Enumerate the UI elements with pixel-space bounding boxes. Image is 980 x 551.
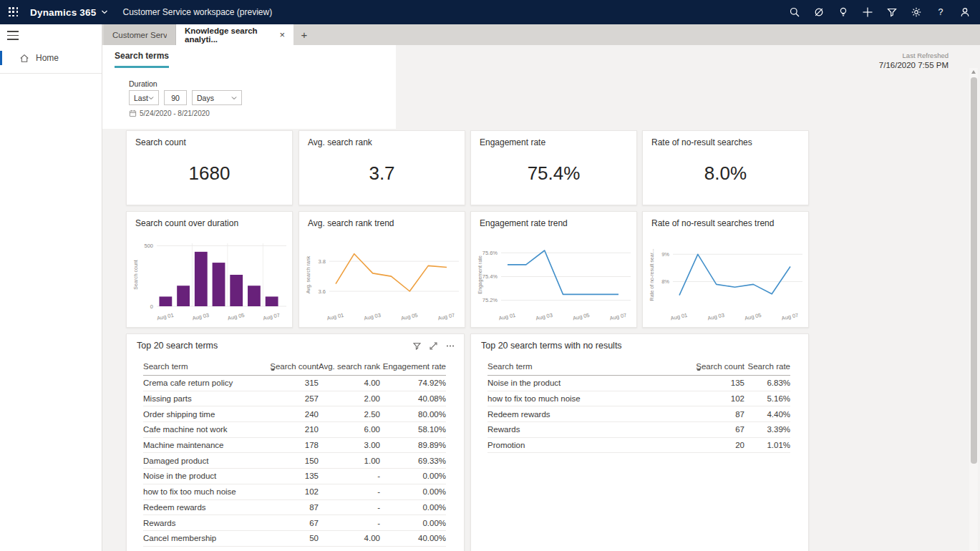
table-cell: - bbox=[319, 519, 380, 527]
svg-text:Aug 05: Aug 05 bbox=[400, 312, 418, 322]
duration-unit-dropdown[interactable]: Days bbox=[192, 90, 242, 105]
duration-value-input[interactable]: 90 bbox=[164, 90, 187, 105]
settings-gear-icon[interactable] bbox=[910, 6, 923, 19]
sidebar-item-label: Home bbox=[36, 53, 59, 63]
svg-text:Aug 03: Aug 03 bbox=[192, 312, 210, 322]
top-nav-bar: Dynamics 365 Customer Service workspace … bbox=[0, 0, 980, 24]
search-icon[interactable] bbox=[788, 6, 801, 19]
svg-text:75.6%: 75.6% bbox=[482, 250, 498, 256]
chart-title: Avg. search rank trend bbox=[308, 218, 394, 228]
more-options-icon[interactable] bbox=[445, 341, 455, 351]
table-header-row: Search termSearch countAvg. search rankE… bbox=[143, 357, 446, 376]
table-cell: 135 bbox=[267, 472, 319, 480]
svg-text:500: 500 bbox=[144, 243, 153, 249]
chart-card: Search count over duration5000Aug 01Aug … bbox=[126, 211, 293, 328]
svg-text:Aug 03: Aug 03 bbox=[535, 312, 553, 322]
column-header[interactable]: Engagement rate bbox=[380, 362, 446, 371]
filter-icon[interactable] bbox=[886, 6, 898, 19]
vertical-scrollbar[interactable] bbox=[969, 68, 978, 551]
duration-unit-value: Days bbox=[197, 94, 214, 102]
table-cell: 210 bbox=[267, 425, 319, 434]
table-cell: Noise in the product bbox=[143, 472, 267, 480]
chart-card: Avg. search rank trend3.83.6Aug 01Aug 03… bbox=[299, 211, 465, 328]
sort-descending-icon bbox=[697, 369, 701, 371]
table-cell: 50 bbox=[267, 534, 319, 542]
chevron-down-icon[interactable] bbox=[101, 9, 108, 15]
table-row: Cafe machine not work2106.0058.10% bbox=[143, 422, 446, 438]
table-cell: 40.08% bbox=[380, 394, 446, 403]
svg-text:Aug 07: Aug 07 bbox=[437, 312, 455, 322]
hamburger-menu-icon[interactable] bbox=[7, 31, 19, 40]
table-cell: Cafe machine not work bbox=[143, 425, 267, 434]
kpi-title: Avg. search rank bbox=[308, 137, 372, 147]
table-cell: 6.83% bbox=[744, 379, 790, 387]
table-cell: 150 bbox=[267, 457, 319, 465]
column-header[interactable]: Avg. search rank bbox=[319, 362, 380, 371]
table-cell: 3.39% bbox=[744, 425, 790, 434]
table-row: Machine maintenance1783.0089.89% bbox=[143, 438, 446, 454]
sort-descending-icon bbox=[271, 369, 275, 371]
column-header[interactable]: Search count bbox=[693, 362, 744, 371]
quick-create-icon[interactable] bbox=[861, 6, 874, 19]
table-cell: Rewards bbox=[487, 425, 693, 434]
account-icon[interactable] bbox=[959, 6, 971, 19]
table-cell: Redeem rewards bbox=[487, 410, 693, 419]
svg-text:Aug 07: Aug 07 bbox=[781, 312, 799, 322]
duration-type-dropdown[interactable]: Last bbox=[129, 90, 159, 105]
table-cell: 178 bbox=[267, 441, 319, 449]
tab-customer-service[interactable]: Customer Service ... bbox=[104, 24, 176, 45]
table-cell: Machine maintenance bbox=[143, 441, 267, 449]
kpi-title: Engagement rate bbox=[480, 137, 545, 147]
tab-search-terms[interactable]: Search terms bbox=[115, 51, 169, 68]
kpi-title: Rate of no-result searches bbox=[651, 137, 752, 147]
app-window: Dynamics 365 Customer Service workspace … bbox=[0, 0, 980, 551]
close-icon[interactable]: × bbox=[279, 29, 285, 40]
tab-knowledge-search-analytics[interactable]: Knowledge search analyti... × bbox=[176, 24, 293, 45]
svg-text:3.6: 3.6 bbox=[319, 288, 326, 295]
svg-text:Aug 01: Aug 01 bbox=[326, 312, 344, 322]
duration-controls: Last 90 Days bbox=[129, 90, 242, 105]
svg-text:Aug 03: Aug 03 bbox=[707, 312, 725, 322]
table-row: Cancel membership504.0040.00% bbox=[143, 531, 446, 547]
column-header[interactable]: Search rate bbox=[744, 362, 790, 371]
topbar-icons: ? bbox=[788, 6, 980, 19]
table-row: Rewards673.39% bbox=[487, 422, 790, 438]
table-cell: 1.01% bbox=[744, 441, 790, 449]
scroll-up-icon[interactable] bbox=[971, 70, 976, 74]
kpi-card: Avg. search rank3.7 bbox=[299, 130, 465, 205]
table-cell: 87 bbox=[267, 503, 319, 512]
app-name[interactable]: Customer Service workspace (preview) bbox=[122, 7, 272, 17]
table-cell: Promotion bbox=[487, 441, 693, 449]
last-refreshed-label: Last Refreshed bbox=[879, 52, 949, 59]
column-header[interactable]: Search term bbox=[487, 362, 693, 371]
column-header[interactable]: Search count bbox=[267, 362, 319, 371]
svg-text:3.8: 3.8 bbox=[319, 258, 326, 265]
date-range: 5/24/2020 - 8/21/2020 bbox=[129, 109, 210, 117]
sidebar-item-home[interactable]: Home bbox=[0, 50, 102, 66]
table-cell: - bbox=[319, 487, 380, 496]
kpi-value: 8.0% bbox=[643, 162, 808, 185]
chart-title: Engagement rate trend bbox=[480, 218, 568, 228]
chart-plot: 3.83.6Aug 01Aug 03Aug 05Aug 07Avg. searc… bbox=[304, 238, 462, 323]
help-icon[interactable]: ? bbox=[934, 6, 947, 19]
table-cell: - bbox=[319, 472, 380, 480]
brand-title[interactable]: Dynamics 365 bbox=[30, 7, 96, 18]
lightbulb-icon[interactable] bbox=[837, 6, 850, 19]
table-cell: 69.33% bbox=[380, 457, 446, 465]
circle-slash-icon[interactable] bbox=[812, 6, 825, 19]
svg-text:Aug 01: Aug 01 bbox=[498, 312, 516, 322]
table-cell: 2.00 bbox=[319, 394, 380, 403]
table-title: Top 20 search terms with no results bbox=[481, 341, 622, 351]
date-range-text: 5/24/2020 - 8/21/2020 bbox=[140, 109, 210, 117]
table-cell: 4.00 bbox=[319, 379, 380, 387]
filter-icon[interactable] bbox=[412, 341, 422, 351]
data-table: Search termSearch countAvg. search rankE… bbox=[143, 357, 446, 547]
svg-text:Aug 01: Aug 01 bbox=[156, 312, 174, 322]
app-launcher-icon[interactable] bbox=[9, 7, 19, 17]
column-header[interactable]: Search term bbox=[143, 362, 267, 371]
add-tab-button[interactable]: + bbox=[293, 24, 315, 45]
scrollbar-thumb[interactable] bbox=[971, 77, 977, 464]
focus-mode-icon[interactable] bbox=[429, 341, 438, 351]
table-cell: how to fix too much noise bbox=[143, 487, 267, 496]
duration-type-value: Last bbox=[134, 94, 148, 102]
